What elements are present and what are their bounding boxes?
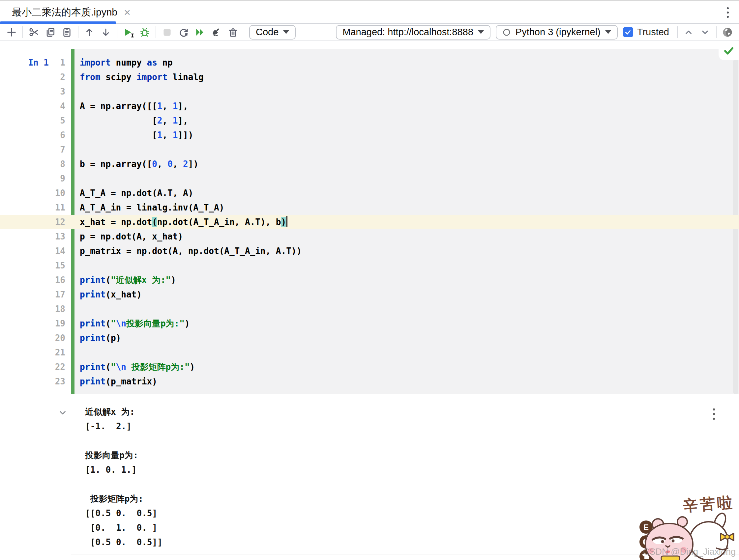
next-cell-button[interactable]	[697, 25, 713, 39]
toolbar-separator	[117, 26, 117, 38]
kernel-dropdown[interactable]: Python 3 (ipykernel)	[496, 25, 618, 39]
execution-count-label	[0, 215, 49, 229]
code-line[interactable]: 22print("\n 投影矩阵p为:")	[0, 360, 739, 374]
code-text[interactable]: print(p)	[65, 331, 739, 345]
line-number: 18	[49, 302, 65, 316]
code-line[interactable]: 15	[0, 258, 739, 273]
output-line: [1. 0. 1.]	[0, 462, 709, 477]
execution-count-label	[0, 287, 49, 302]
tab-notebook[interactable]: 最小二乘法的本质.ipynb ×	[0, 1, 116, 24]
debug-cell-button[interactable]	[136, 25, 153, 39]
previous-cell-button[interactable]	[680, 25, 697, 39]
cut-cell-button[interactable]	[26, 25, 42, 39]
editor-area: In 11import numpy as np2from scipy impor…	[0, 41, 739, 560]
code-line[interactable]: 18	[0, 302, 739, 316]
toolbar-separator	[677, 26, 678, 38]
code-line[interactable]: 14p_matrix = np.dot(A, np.dot(A_T_A_in, …	[0, 244, 739, 258]
code-text[interactable]: print("\n 投影矩阵p为:")	[65, 360, 739, 374]
code-line[interactable]: 6 [1, 1]])	[0, 128, 739, 142]
line-number: 1	[49, 55, 65, 70]
code-line[interactable]: In 11import numpy as np	[0, 55, 739, 70]
code-text[interactable]	[65, 302, 739, 316]
output-menu-icon[interactable]	[708, 407, 720, 421]
code-line[interactable]: 19print("\n投影向量p为:")	[0, 316, 739, 331]
clear-outputs-button[interactable]	[208, 25, 225, 39]
stop-kernel-button[interactable]	[159, 25, 175, 39]
code-text[interactable]: import numpy as np	[65, 55, 739, 70]
output-line	[0, 477, 709, 492]
paste-cell-button[interactable]	[59, 25, 75, 39]
open-in-browser-button[interactable]	[719, 25, 736, 39]
code-text[interactable]: b = np.array([0, 0, 2])	[65, 157, 739, 171]
code-line[interactable]: 17print(x_hat)	[0, 287, 739, 302]
line-number: 12	[49, 215, 65, 229]
code-text[interactable]: print(x_hat)	[65, 287, 739, 302]
code-line[interactable]: 3	[0, 84, 739, 99]
execution-count-label	[0, 345, 49, 360]
move-cell-down-button[interactable]	[98, 25, 114, 39]
chevron-up-icon	[684, 27, 694, 37]
code-line[interactable]: 10A_T_A = np.dot(A.T, A)	[0, 186, 739, 200]
code-text[interactable]: [1, 1]])	[65, 128, 739, 142]
code-text[interactable]: print("近似解x 为:")	[65, 273, 739, 287]
code-text[interactable]: [2, 1],	[65, 113, 739, 128]
code-text[interactable]	[65, 84, 739, 99]
editor-tab-bar: 最小二乘法的本质.ipynb ×	[0, 0, 739, 24]
globe-icon	[722, 26, 733, 38]
code-line[interactable]: 13p = np.dot(A, x_hat)	[0, 229, 739, 244]
add-cell-button[interactable]	[3, 25, 20, 39]
execution-count-label	[0, 70, 49, 84]
code-line[interactable]: 21	[0, 345, 739, 360]
chevron-down-icon	[700, 27, 710, 37]
code-text[interactable]: A = np.array([[1, 1],	[65, 99, 739, 113]
code-text[interactable]: x_hat = np.dot(np.dot(A_T_A_in, A.T), b)	[65, 215, 739, 229]
execution-count-label	[0, 360, 49, 374]
execution-count-label	[0, 273, 49, 287]
code-line[interactable]: 4A = np.array([[1, 1],	[0, 99, 739, 113]
delete-cell-button[interactable]	[225, 25, 241, 39]
cell-type-dropdown[interactable]: Code	[249, 25, 296, 39]
restart-kernel-button[interactable]	[175, 25, 192, 39]
line-number: 7	[49, 142, 65, 157]
active-tab-underline	[0, 21, 116, 24]
code-line[interactable]: 5 [2, 1],	[0, 113, 739, 128]
tab-bar-menu-icon[interactable]	[721, 6, 734, 19]
dataspell-notebook-window: 最小二乘法的本质.ipynb ×	[0, 0, 739, 560]
toolbar-separator	[22, 26, 23, 38]
code-line[interactable]: 9	[0, 171, 739, 186]
code-line[interactable]: 23print(p_matrix)	[0, 374, 739, 389]
code-line[interactable]: 7	[0, 142, 739, 157]
code-text[interactable]: print(p_matrix)	[65, 374, 739, 389]
run-cell-button[interactable]	[120, 25, 136, 39]
code-text[interactable]	[65, 171, 739, 186]
toolbar-separator	[156, 26, 156, 38]
move-cell-up-button[interactable]	[81, 25, 98, 39]
paste-icon	[61, 27, 72, 38]
line-number: 14	[49, 244, 65, 258]
code-text[interactable]: from scipy import linalg	[65, 70, 739, 84]
code-text[interactable]: print("\n投影向量p为:")	[65, 316, 739, 331]
code-text[interactable]	[65, 345, 739, 360]
code-text[interactable]	[65, 258, 739, 273]
cell-type-label: Code	[256, 27, 279, 37]
code-line[interactable]: 16print("近似解x 为:")	[0, 273, 739, 287]
trusted-checkbox[interactable]	[623, 27, 633, 37]
execution-count-label	[0, 229, 49, 244]
code-text[interactable]: p_matrix = np.dot(A, np.dot(A_T_A_in, A.…	[65, 244, 739, 258]
execution-count-label	[0, 157, 49, 171]
copy-cell-button[interactable]	[42, 25, 59, 39]
run-all-cells-button[interactable]	[192, 25, 208, 39]
stop-square-icon	[161, 27, 173, 38]
code-text[interactable]: p = np.dot(A, x_hat)	[65, 229, 739, 244]
toolbar-separator	[716, 26, 717, 38]
code-line[interactable]: 12x_hat = np.dot(np.dot(A_T_A_in, A.T), …	[0, 215, 739, 229]
code-line[interactable]: 11A_T_A_in = linalg.inv(A_T_A)	[0, 200, 739, 215]
code-text[interactable]: A_T_A = np.dot(A.T, A)	[65, 186, 739, 200]
code-line[interactable]: 20print(p)	[0, 331, 739, 345]
code-line[interactable]: 2from scipy import linalg	[0, 70, 739, 84]
jupyter-server-dropdown[interactable]: Managed: http://localhost:8888	[336, 25, 490, 39]
code-text[interactable]	[65, 142, 739, 157]
tab-close-icon[interactable]: ×	[124, 7, 131, 18]
code-text[interactable]: A_T_A_in = linalg.inv(A_T_A)	[65, 200, 739, 215]
code-line[interactable]: 8b = np.array([0, 0, 2])	[0, 157, 739, 171]
